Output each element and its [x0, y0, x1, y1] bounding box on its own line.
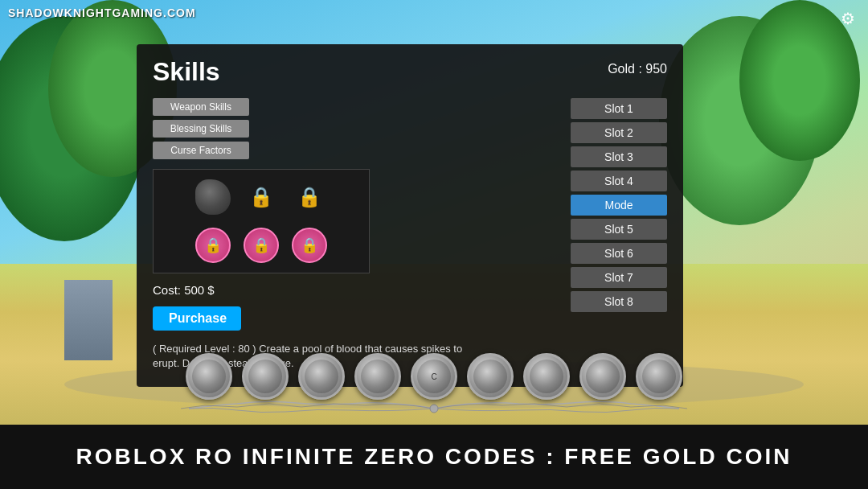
bottom-title: ROBLOX RO INFINITE ZERO CODES : FREE GOL…: [76, 444, 792, 470]
skill-icon-pink-lock1[interactable]: 🔒: [193, 225, 233, 265]
cost-text: Cost: 500 $: [153, 283, 559, 297]
action-btn-6[interactable]: [467, 353, 514, 400]
curse-factors-button[interactable]: Curse Factors: [153, 142, 249, 159]
action-btn-8-inner: [586, 360, 620, 393]
slot-4[interactable]: Slot 4: [571, 171, 667, 191]
action-btn-6-inner: [473, 360, 507, 393]
action-btn-1[interactable]: [186, 353, 232, 400]
skill-icon-pink-lock2[interactable]: 🔒: [241, 225, 281, 265]
slot-5[interactable]: Slot 5: [571, 219, 667, 240]
action-btn-8[interactable]: [579, 353, 626, 400]
slot-2[interactable]: Slot 2: [571, 122, 667, 143]
slot-1[interactable]: Slot 1: [571, 98, 667, 119]
action-btn-2[interactable]: [242, 353, 289, 400]
purchase-button[interactable]: Purchase: [153, 306, 241, 331]
skills-panel: Skills Gold : 950 Weapon Skills Blessing…: [137, 44, 683, 387]
action-buttons-row: C: [186, 353, 682, 400]
skill-icon-lock1[interactable]: 🔒: [241, 177, 281, 217]
action-btn-3[interactable]: [298, 353, 345, 400]
settings-icon[interactable]: ⚙: [836, 6, 860, 31]
action-btn-5[interactable]: C: [411, 353, 457, 400]
panel-body: Weapon Skills Blessing Skills Curse Fact…: [153, 98, 667, 371]
bottom-bar: ROBLOX RO INFINITE ZERO CODES : FREE GOL…: [0, 425, 868, 489]
weapon-skills-button[interactable]: Weapon Skills: [153, 98, 249, 116]
svg-point-0: [430, 405, 438, 413]
lock-plain-1: 🔒: [244, 179, 279, 215]
action-bar: C: [153, 353, 715, 421]
skill-icon-rock[interactable]: [193, 177, 233, 217]
slots-section: Slot 1 Slot 2 Slot 3 Slot 4 Mode Slot 5 …: [571, 98, 667, 371]
action-btn-7[interactable]: [523, 353, 570, 400]
action-btn-4[interactable]: [354, 353, 401, 400]
action-btn-2-inner: [248, 360, 282, 393]
action-btn-9-inner: [642, 360, 676, 393]
lock-plain-2: 🔒: [292, 179, 327, 215]
skill-icon-lock2[interactable]: 🔒: [289, 177, 330, 217]
lock-pink-2: 🔒: [244, 228, 279, 263]
panel-header: Skills Gold : 950: [153, 57, 667, 87]
gold-display: Gold : 950: [608, 57, 667, 76]
skill-tabs: Weapon Skills Blessing Skills Curse Fact…: [153, 98, 559, 159]
lock-pink-1: 🔒: [195, 228, 231, 263]
wings-decoration: [173, 397, 695, 421]
slot-8[interactable]: Slot 8: [571, 291, 667, 312]
wings-svg: [173, 397, 695, 420]
rock-shape: [195, 179, 231, 215]
action-btn-7-inner: [530, 360, 563, 393]
watermark: SHADOWKNIGHTGAMING.COM: [8, 6, 196, 19]
slot-6[interactable]: Slot 6: [571, 243, 667, 264]
skill-display-area: 🔒 🔒 🔒 🔒 🔒: [153, 169, 370, 273]
blessing-skills-button[interactable]: Blessing Skills: [153, 120, 249, 138]
action-btn-1-inner: [192, 360, 226, 393]
skill-icons-grid: 🔒 🔒 🔒 🔒 🔒: [185, 169, 338, 273]
lock-pink-3: 🔒: [292, 228, 327, 263]
action-btn-3-inner: [305, 360, 338, 393]
panel-title: Skills: [153, 57, 220, 87]
action-btn-4-inner: [361, 360, 395, 393]
building-decoration: [64, 280, 113, 360]
action-btn-9[interactable]: [636, 353, 682, 400]
slot-mode[interactable]: Mode: [571, 195, 667, 216]
action-btn-5-inner: C: [417, 360, 451, 393]
left-section: Weapon Skills Blessing Skills Curse Fact…: [153, 98, 559, 371]
slot-3[interactable]: Slot 3: [571, 146, 667, 167]
skill-icon-pink-lock3[interactable]: 🔒: [289, 225, 330, 265]
slot-7[interactable]: Slot 7: [571, 267, 667, 288]
